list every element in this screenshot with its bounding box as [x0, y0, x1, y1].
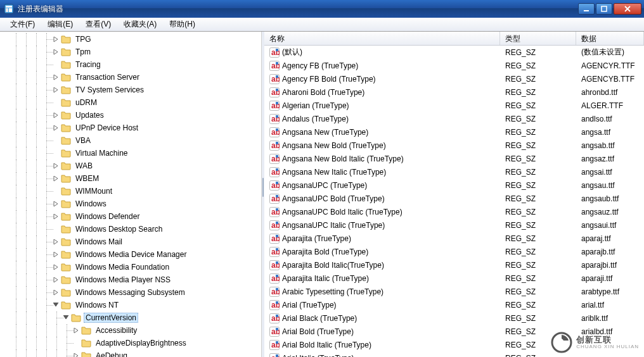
tree-item[interactable]: CurrentVersion	[0, 311, 261, 324]
tree-item[interactable]: Windows	[0, 197, 261, 210]
svg-rect-4	[584, 10, 589, 11]
tree-item[interactable]: AdaptiveDisplayBrightness	[0, 337, 261, 349]
list-row[interactable]: AngsanaUPC (TrueType)REG_SZangsau.ttf	[264, 178, 644, 192]
tree-item[interactable]: Windows Desktop Search	[0, 223, 261, 235]
string-value-icon	[269, 260, 280, 270]
tree-item-label: Transaction Server	[74, 72, 141, 82]
value-name: AngsanaUPC Bold Italic (TrueType)	[282, 208, 402, 216]
folder-icon	[71, 313, 81, 323]
menu-edit[interactable]: 编辑(E)	[41, 18, 79, 31]
list-row[interactable]: Arial (TrueType)REG_SZarial.ttf	[264, 298, 644, 311]
value-name: Agency FB (TrueType)	[282, 61, 358, 70]
value-data: aparaj.ttf	[576, 234, 644, 243]
tree-item[interactable]: Windows Media Device Manager	[0, 248, 261, 261]
menubar: 文件(F) 编辑(E) 查看(V) 收藏夹(A) 帮助(H)	[0, 18, 644, 32]
list-row[interactable]: Algerian (TrueType)REG_SZALGER.TTF	[264, 99, 644, 112]
list-row[interactable]: Angsana New Italic (TrueType)REG_SZangsa…	[264, 165, 644, 178]
menu-favorites[interactable]: 收藏夹(A)	[117, 18, 163, 31]
tree-item-label: Windows Media Device Manager	[74, 249, 188, 260]
list-row[interactable]: AngsanaUPC Bold Italic (TrueType)REG_SZa…	[264, 205, 644, 218]
column-type[interactable]: 类型	[500, 32, 576, 45]
list-row[interactable]: AngsanaUPC Italic (TrueType)REG_SZangsau…	[264, 218, 644, 232]
splitter[interactable]	[262, 32, 264, 357]
tree-item[interactable]: VBA	[0, 134, 261, 147]
list-row[interactable]: Arabic Typesetting (TrueType)REG_SZarabt…	[264, 285, 644, 298]
list-row[interactable]: Agency FB Bold (TrueType)REG_SZAGENCYB.T…	[264, 72, 644, 85]
list-row[interactable]: Arial Black (TrueType)REG_SZariblk.ttf	[264, 311, 644, 325]
tree-item[interactable]: Windows Media Player NSS	[0, 273, 261, 286]
tree-item[interactable]: Updates	[0, 109, 261, 122]
list-row[interactable]: Arial Bold (TrueType)REG_SZarialbd.ttf	[264, 325, 644, 338]
string-value-icon	[269, 207, 280, 217]
value-type: REG_SZ	[500, 75, 576, 84]
list-row[interactable]: Aparajita Italic (TrueType)REG_SZaparaji…	[264, 272, 644, 285]
column-name[interactable]: 名称	[264, 32, 500, 45]
tree-item[interactable]: Windows Media Foundation	[0, 261, 261, 273]
tree-item[interactable]: Virtual Machine	[0, 147, 261, 160]
tree-item-label: Windows Media Foundation	[74, 262, 171, 272]
tree-item-label: Windows	[74, 199, 108, 209]
tree-item[interactable]: Windows Mail	[0, 235, 261, 248]
list-row[interactable]: Aparajita (TrueType)REG_SZaparaj.ttf	[264, 232, 644, 245]
tree-item[interactable]: Transaction Server	[0, 71, 261, 84]
list-row[interactable]: Agency FB (TrueType)REG_SZAGENCYR.TTF	[264, 59, 644, 72]
list-row[interactable]: Arial Italic (TrueType)REG_SZ	[264, 351, 644, 357]
string-value-icon	[269, 247, 280, 257]
tree-pane[interactable]: TPGTpmTracingTransaction ServerTV System…	[0, 32, 262, 357]
tree-item[interactable]: Tracing	[0, 58, 261, 71]
string-value-icon	[269, 114, 280, 124]
tree-item[interactable]: WAB	[0, 160, 261, 172]
svg-rect-2	[6, 8, 8, 12]
list-row[interactable]: Angsana New Bold Italic (TrueType)REG_SZ…	[264, 152, 644, 165]
tree-item[interactable]: TV System Services	[0, 84, 261, 96]
folder-icon	[61, 249, 71, 260]
list-row[interactable]: (默认)REG_SZ(数值未设置)	[264, 46, 644, 59]
tree-item-label: WBEM	[74, 173, 101, 184]
close-button[interactable]	[614, 3, 641, 15]
list-row[interactable]: Angsana New (TrueType)REG_SZangsa.ttf	[264, 125, 644, 139]
list-body[interactable]: (默认)REG_SZ(数值未设置)Agency FB (TrueType)REG…	[264, 46, 644, 357]
tree-item[interactable]: Windows NT	[0, 299, 261, 311]
menu-help[interactable]: 帮助(H)	[163, 18, 202, 31]
folder-icon	[61, 60, 71, 70]
titlebar: 注册表编辑器	[0, 0, 644, 18]
tree-item[interactable]: UPnP Device Host	[0, 122, 261, 134]
menu-view[interactable]: 查看(V)	[79, 18, 117, 31]
value-name: Aparajita Bold (TrueType)	[282, 247, 368, 256]
value-type: REG_SZ	[500, 115, 576, 123]
list-row[interactable]: Aparajita Bold Italic(TrueType)REG_SZapa…	[264, 258, 644, 272]
list-row[interactable]: AngsanaUPC Bold (TrueType)REG_SZangsaub.…	[264, 192, 644, 205]
value-data: angsab.ttf	[576, 141, 644, 150]
tree-item[interactable]: Windows Defender	[0, 210, 261, 223]
value-data: angsau.ttf	[576, 181, 644, 190]
column-data[interactable]: 数据	[576, 32, 644, 45]
menu-file[interactable]: 文件(F)	[4, 18, 41, 31]
value-type: REG_SZ	[500, 234, 576, 243]
value-type: REG_SZ	[500, 141, 576, 150]
value-type: REG_SZ	[500, 274, 576, 283]
string-value-icon	[269, 101, 280, 111]
value-type: REG_SZ	[500, 61, 576, 70]
tree-item[interactable]: TPG	[0, 33, 261, 46]
list-row[interactable]: Arial Bold Italic (TrueType)REG_SZ	[264, 338, 644, 351]
folder-icon	[61, 300, 71, 310]
minimize-button[interactable]	[578, 3, 595, 15]
string-value-icon	[269, 300, 280, 310]
list-row[interactable]: Aharoni Bold (TrueType)REG_SZahronbd.ttf	[264, 85, 644, 99]
list-row[interactable]: Aparajita Bold (TrueType)REG_SZaparajb.t…	[264, 245, 644, 258]
tree-item[interactable]: AeDebug	[0, 349, 261, 357]
folder-icon	[61, 237, 71, 247]
maximize-button[interactable]	[596, 3, 612, 15]
string-value-icon	[269, 220, 280, 230]
list-row[interactable]: Angsana New Bold (TrueType)REG_SZangsab.…	[264, 139, 644, 152]
value-type: REG_SZ	[500, 301, 576, 310]
tree-item[interactable]: Windows Messaging Subsystem	[0, 286, 261, 299]
tree-item[interactable]: WBEM	[0, 172, 261, 185]
string-value-icon	[269, 234, 280, 244]
value-data: aparaji.ttf	[576, 274, 644, 283]
list-row[interactable]: Andalus (TrueType)REG_SZandlso.ttf	[264, 112, 644, 125]
tree-item[interactable]: Tpm	[0, 46, 261, 58]
tree-item[interactable]: Accessibility	[0, 324, 261, 337]
tree-item[interactable]: uDRM	[0, 96, 261, 109]
tree-item[interactable]: WIMMount	[0, 185, 261, 197]
